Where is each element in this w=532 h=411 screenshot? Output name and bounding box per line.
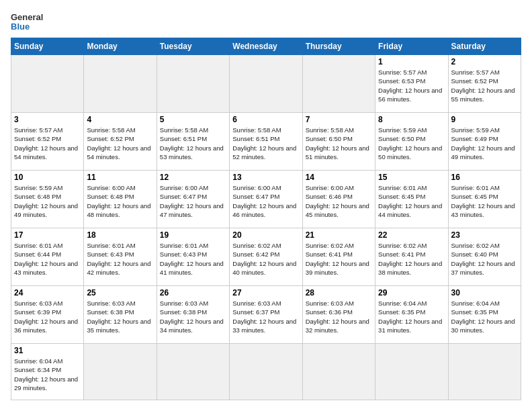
calendar-day-cell: 23Sunrise: 6:02 AM Sunset: 6:40 PM Dayli… — [448, 228, 521, 285]
calendar-day-cell: 20Sunrise: 6:02 AM Sunset: 6:42 PM Dayli… — [230, 228, 302, 285]
calendar-day-cell — [448, 343, 521, 400]
calendar-day-cell — [84, 343, 157, 400]
day-number: 26 — [160, 288, 226, 298]
calendar-day-cell: 17Sunrise: 6:01 AM Sunset: 6:44 PM Dayli… — [11, 228, 84, 285]
calendar-day-cell — [11, 55, 84, 113]
calendar-day-cell: 21Sunrise: 6:02 AM Sunset: 6:41 PM Dayli… — [302, 228, 375, 285]
calendar-day-cell: 19Sunrise: 6:01 AM Sunset: 6:43 PM Dayli… — [157, 228, 229, 285]
day-number: 18 — [87, 230, 153, 240]
day-number: 29 — [378, 288, 445, 298]
day-info: Sunrise: 6:04 AM Sunset: 6:35 PM Dayligh… — [378, 299, 445, 334]
day-number: 4 — [87, 115, 153, 124]
day-header-thursday: Thursday — [302, 38, 375, 55]
day-info: Sunrise: 6:00 AM Sunset: 6:47 PM Dayligh… — [160, 183, 226, 219]
calendar-day-cell: 12Sunrise: 6:00 AM Sunset: 6:47 PM Dayli… — [157, 170, 229, 228]
calendar-day-cell: 22Sunrise: 6:02 AM Sunset: 6:41 PM Dayli… — [375, 228, 448, 285]
calendar-day-cell: 11Sunrise: 6:00 AM Sunset: 6:48 PM Dayli… — [84, 170, 157, 228]
calendar-day-cell: 8Sunrise: 5:59 AM Sunset: 6:50 PM Daylig… — [375, 112, 448, 170]
day-info: Sunrise: 6:03 AM Sunset: 6:36 PM Dayligh… — [306, 299, 372, 334]
calendar-day-cell: 14Sunrise: 6:00 AM Sunset: 6:46 PM Dayli… — [302, 170, 375, 228]
calendar-day-cell: 5Sunrise: 5:58 AM Sunset: 6:51 PM Daylig… — [157, 112, 229, 170]
calendar-week-row: 17Sunrise: 6:01 AM Sunset: 6:44 PM Dayli… — [11, 228, 521, 285]
day-number: 11 — [87, 173, 153, 182]
day-number: 30 — [451, 288, 518, 298]
day-number: 5 — [160, 115, 226, 124]
calendar-week-row: 10Sunrise: 5:59 AM Sunset: 6:48 PM Dayli… — [11, 170, 521, 228]
calendar-day-cell: 26Sunrise: 6:03 AM Sunset: 6:38 PM Dayli… — [157, 285, 229, 343]
day-number: 21 — [306, 230, 372, 240]
calendar-day-cell — [84, 55, 157, 113]
day-number: 24 — [14, 288, 81, 298]
generalblue-icon: General Blue — [11, 11, 51, 32]
day-number: 9 — [451, 115, 518, 124]
calendar-day-cell: 2Sunrise: 5:57 AM Sunset: 6:52 PM Daylig… — [448, 55, 521, 113]
day-info: Sunrise: 6:01 AM Sunset: 6:43 PM Dayligh… — [87, 241, 153, 277]
calendar-header-row: SundayMondayTuesdayWednesdayThursdayFrid… — [11, 38, 521, 55]
day-number: 19 — [160, 230, 226, 240]
calendar-day-cell: 16Sunrise: 6:01 AM Sunset: 6:45 PM Dayli… — [448, 170, 521, 228]
day-number: 7 — [306, 115, 372, 124]
day-info: Sunrise: 5:59 AM Sunset: 6:48 PM Dayligh… — [14, 183, 81, 219]
day-header-saturday: Saturday — [448, 38, 521, 55]
calendar-week-row: 1Sunrise: 5:57 AM Sunset: 6:53 PM Daylig… — [11, 55, 521, 113]
svg-text:General: General — [11, 12, 43, 22]
calendar-day-cell — [302, 343, 375, 400]
day-info: Sunrise: 6:00 AM Sunset: 6:46 PM Dayligh… — [306, 183, 372, 219]
calendar: SundayMondayTuesdayWednesdayThursdayFrid… — [11, 38, 521, 400]
calendar-day-cell: 18Sunrise: 6:01 AM Sunset: 6:43 PM Dayli… — [84, 228, 157, 285]
day-number: 27 — [232, 288, 299, 298]
day-info: Sunrise: 6:00 AM Sunset: 6:48 PM Dayligh… — [87, 183, 153, 219]
calendar-day-cell: 24Sunrise: 6:03 AM Sunset: 6:39 PM Dayli… — [11, 285, 84, 343]
day-info: Sunrise: 5:57 AM Sunset: 6:52 PM Dayligh… — [451, 68, 518, 103]
day-number: 23 — [451, 230, 518, 240]
day-info: Sunrise: 5:58 AM Sunset: 6:51 PM Dayligh… — [232, 126, 299, 161]
day-number: 20 — [232, 230, 299, 240]
day-info: Sunrise: 6:03 AM Sunset: 6:38 PM Dayligh… — [160, 299, 226, 334]
day-info: Sunrise: 5:59 AM Sunset: 6:50 PM Dayligh… — [378, 126, 445, 161]
day-number: 17 — [14, 230, 81, 240]
calendar-day-cell: 31Sunrise: 6:04 AM Sunset: 6:34 PM Dayli… — [11, 343, 84, 400]
day-number: 16 — [451, 173, 518, 182]
calendar-day-cell — [157, 343, 229, 400]
page: General Blue SundayMondayTuesdayWednesda… — [0, 0, 532, 411]
day-header-monday: Monday — [84, 38, 157, 55]
calendar-day-cell: 4Sunrise: 5:58 AM Sunset: 6:52 PM Daylig… — [84, 112, 157, 170]
day-info: Sunrise: 6:03 AM Sunset: 6:38 PM Dayligh… — [87, 299, 153, 334]
calendar-week-row: 31Sunrise: 6:04 AM Sunset: 6:34 PM Dayli… — [11, 343, 521, 400]
calendar-day-cell: 28Sunrise: 6:03 AM Sunset: 6:36 PM Dayli… — [302, 285, 375, 343]
day-info: Sunrise: 6:01 AM Sunset: 6:45 PM Dayligh… — [451, 183, 518, 219]
day-info: Sunrise: 5:58 AM Sunset: 6:50 PM Dayligh… — [306, 126, 372, 161]
calendar-day-cell: 9Sunrise: 5:59 AM Sunset: 6:49 PM Daylig… — [448, 112, 521, 170]
day-number: 13 — [232, 173, 299, 182]
calendar-day-cell — [230, 55, 302, 113]
day-info: Sunrise: 6:00 AM Sunset: 6:47 PM Dayligh… — [232, 183, 299, 219]
calendar-day-cell: 3Sunrise: 5:57 AM Sunset: 6:52 PM Daylig… — [11, 112, 84, 170]
calendar-day-cell: 13Sunrise: 6:00 AM Sunset: 6:47 PM Dayli… — [230, 170, 302, 228]
calendar-day-cell: 6Sunrise: 5:58 AM Sunset: 6:51 PM Daylig… — [230, 112, 302, 170]
calendar-day-cell: 10Sunrise: 5:59 AM Sunset: 6:48 PM Dayli… — [11, 170, 84, 228]
svg-text:Blue: Blue — [11, 21, 30, 32]
day-header-wednesday: Wednesday — [230, 38, 302, 55]
day-info: Sunrise: 5:58 AM Sunset: 6:51 PM Dayligh… — [160, 126, 226, 161]
header: General Blue — [11, 11, 521, 32]
day-number: 6 — [232, 115, 299, 124]
day-info: Sunrise: 6:02 AM Sunset: 6:42 PM Dayligh… — [232, 241, 299, 277]
day-header-sunday: Sunday — [11, 38, 84, 55]
day-number: 2 — [451, 57, 518, 66]
calendar-day-cell — [157, 55, 229, 113]
logo: General Blue — [11, 11, 51, 32]
day-info: Sunrise: 6:02 AM Sunset: 6:41 PM Dayligh… — [378, 241, 445, 277]
day-info: Sunrise: 6:03 AM Sunset: 6:39 PM Dayligh… — [14, 299, 81, 334]
day-number: 3 — [14, 115, 81, 124]
day-number: 25 — [87, 288, 153, 298]
day-number: 1 — [378, 57, 445, 66]
day-number: 15 — [378, 173, 445, 182]
calendar-day-cell: 27Sunrise: 6:03 AM Sunset: 6:37 PM Dayli… — [230, 285, 302, 343]
day-info: Sunrise: 6:02 AM Sunset: 6:41 PM Dayligh… — [306, 241, 372, 277]
calendar-day-cell: 15Sunrise: 6:01 AM Sunset: 6:45 PM Dayli… — [375, 170, 448, 228]
day-number: 14 — [306, 173, 372, 182]
calendar-day-cell: 30Sunrise: 6:04 AM Sunset: 6:35 PM Dayli… — [448, 285, 521, 343]
day-info: Sunrise: 6:01 AM Sunset: 6:43 PM Dayligh… — [160, 241, 226, 277]
calendar-day-cell: 25Sunrise: 6:03 AM Sunset: 6:38 PM Dayli… — [84, 285, 157, 343]
calendar-day-cell — [375, 343, 448, 400]
